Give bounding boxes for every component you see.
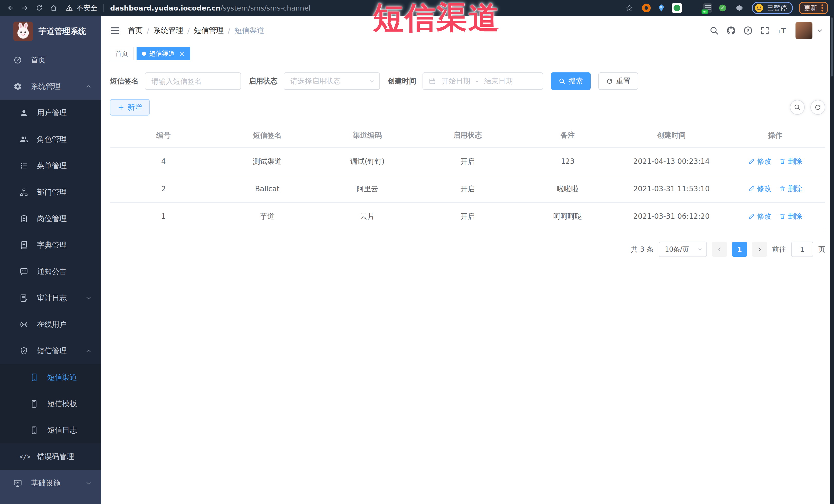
refresh-icon — [814, 104, 821, 111]
extension-list-icon[interactable]: on — [703, 3, 712, 13]
column-header: 启用状态 — [417, 123, 518, 148]
page-size-select[interactable]: 10条/页 — [659, 242, 707, 257]
column-header: 短信签名 — [217, 123, 317, 148]
browser-profile-chip[interactable]: 已暂停 — [752, 2, 793, 14]
forward-icon[interactable] — [19, 2, 31, 14]
browser-scrollbar[interactable] — [830, 16, 834, 504]
tab-home[interactable]: 首页 — [110, 47, 133, 60]
table-header-row: 编号短信签名渠道编码启用状态备注创建时间操作 — [110, 123, 825, 148]
close-icon[interactable]: × — [179, 50, 185, 57]
tab-sms-channel[interactable]: 短信渠道 × — [136, 47, 190, 60]
hamburger-icon[interactable] — [110, 25, 120, 36]
extension-leaf-icon[interactable] — [719, 4, 727, 12]
home-icon[interactable] — [47, 2, 60, 14]
delete-link[interactable]: 删除 — [779, 184, 802, 194]
chevron-down-icon — [697, 246, 703, 252]
breadcrumb-item[interactable]: 系统管理 — [154, 25, 183, 36]
cell-id: 1 — [110, 202, 217, 230]
search-icon[interactable] — [707, 23, 722, 38]
date-range-picker[interactable]: 开始日期 - 结束日期 — [422, 72, 543, 90]
sidebar-item-home[interactable]: 首页 — [0, 47, 101, 73]
sidebar-item-label: 用户管理 — [37, 108, 67, 118]
cell-remark: 啦啦啦 — [518, 175, 618, 202]
cell-actions: 修改删除 — [725, 148, 825, 175]
sidebar-item-dict[interactable]: 字典管理 — [0, 232, 101, 258]
pagination: 共 3 条 10条/页 1 前往 页 — [110, 242, 825, 257]
edit-link[interactable]: 修改 — [748, 211, 771, 221]
fullscreen-icon[interactable] — [758, 23, 772, 38]
sidebar-item-user[interactable]: 用户管理 — [0, 100, 101, 126]
column-header: 编号 — [110, 123, 217, 148]
app-title: 芋道管理系统 — [39, 26, 86, 37]
toggle-search-button[interactable] — [790, 100, 805, 115]
shield-icon — [20, 347, 31, 355]
sidebar-item-error-code[interactable]: </>错误码管理 — [0, 443, 101, 470]
search-button[interactable]: 搜索 — [551, 72, 591, 90]
sidebar-item-sms-log[interactable]: 短信日志 — [0, 417, 101, 443]
book-icon — [20, 241, 31, 249]
status-select[interactable]: 请选择启用状态 — [284, 72, 380, 90]
user-avatar[interactable] — [795, 22, 812, 39]
sidebar-item-role[interactable]: 角色管理 — [0, 126, 101, 153]
extension-grid-icon[interactable] — [688, 4, 697, 12]
prev-page-button[interactable] — [712, 242, 727, 257]
cell-sign: Ballcat — [217, 175, 317, 202]
url-text: dashboard.yudao.iocoder.cn/system/sms/sm… — [110, 4, 310, 12]
sidebar-item-label: 短信渠道 — [47, 372, 77, 382]
goto-page-input[interactable] — [791, 242, 813, 257]
sidebar-filler — [0, 496, 101, 504]
help-icon[interactable]: ? — [741, 23, 755, 38]
bookmark-star-icon[interactable] — [623, 2, 636, 14]
chevron-left-icon — [717, 246, 723, 253]
extension-orange-icon[interactable] — [642, 4, 651, 12]
cell-created: 2021-04-13 00:23:14 — [618, 148, 725, 175]
sidebar-item-dept[interactable]: 部门管理 — [0, 179, 101, 205]
address-bar[interactable]: 不安全 dashboard.yudao.iocoder.cn/system/sm… — [66, 3, 310, 13]
user-icon — [20, 109, 31, 117]
phone-icon — [30, 426, 41, 435]
page-1-button[interactable]: 1 — [732, 242, 747, 257]
update-button[interactable]: 更新 — [799, 2, 828, 14]
github-icon[interactable] — [724, 23, 739, 38]
sidebar-item-label: 在线用户 — [37, 320, 67, 330]
app-logo[interactable]: 芋道管理系统 — [0, 16, 101, 47]
sidebar-item-label: 基础设施 — [31, 478, 61, 488]
extension-green-icon[interactable] — [672, 3, 682, 13]
sidebar-item-notice[interactable]: 通知公告 — [0, 258, 101, 285]
delete-link[interactable]: 删除 — [779, 156, 802, 166]
sidebar-item-infra[interactable]: 基础设施 — [0, 470, 101, 496]
edit-link[interactable]: 修改 — [748, 184, 771, 194]
refresh-table-button[interactable] — [810, 100, 825, 115]
sign-input[interactable] — [145, 72, 241, 90]
breadcrumb-item[interactable]: 短信管理 — [194, 25, 224, 36]
font-size-icon[interactable]: TT — [774, 23, 789, 38]
kebab-menu-icon[interactable] — [821, 4, 823, 12]
edit-link[interactable]: 修改 — [748, 156, 771, 166]
sidebar-item-system[interactable]: 系统管理 — [0, 73, 101, 100]
scrollbar-thumb[interactable] — [831, 18, 833, 76]
reset-button[interactable]: 重置 — [598, 72, 638, 90]
sidebar-item-sms-channel[interactable]: 短信渠道 — [0, 364, 101, 391]
sidebar-item-sms[interactable]: 短信管理 — [0, 337, 101, 364]
filter-status-label: 启用状态 — [249, 76, 278, 86]
cell-id: 4 — [110, 148, 217, 175]
sidebar-item-label: 字典管理 — [37, 240, 67, 250]
puzzle-icon[interactable] — [733, 2, 746, 14]
sidebar-item-sms-template[interactable]: 短信模板 — [0, 391, 101, 417]
delete-link[interactable]: 删除 — [779, 211, 802, 221]
chevron-right-icon — [756, 246, 763, 253]
reload-icon[interactable] — [33, 2, 46, 14]
sidebar-item-online-user[interactable]: 在线用户 — [0, 311, 101, 337]
add-button[interactable]: 新增 — [110, 99, 150, 115]
column-header: 操作 — [725, 123, 825, 148]
sidebar-item-menu[interactable]: 菜单管理 — [0, 153, 101, 179]
chevron-down-icon[interactable] — [816, 27, 823, 34]
extension-blue-icon[interactable] — [657, 4, 665, 12]
sidebar-item-audit-log[interactable]: 审计日志 — [0, 285, 101, 311]
back-icon[interactable] — [4, 2, 17, 14]
cell-status: 开启 — [417, 148, 518, 175]
sidebar-item-post[interactable]: 岗位管理 — [0, 205, 101, 232]
breadcrumb-item[interactable]: 首页 — [128, 25, 143, 36]
cell-sign: 测试渠道 — [217, 148, 317, 175]
next-page-button[interactable] — [752, 242, 767, 257]
